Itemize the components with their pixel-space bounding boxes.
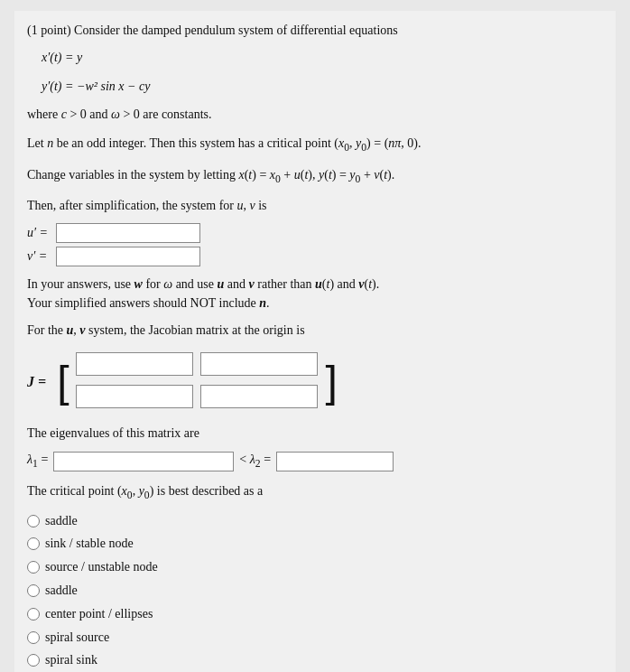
radio-label-saddle1[interactable]: saddle	[45, 510, 78, 532]
radio-label-spiral-sink[interactable]: spiral sink	[45, 649, 97, 671]
note-line2: Your simplified answers should NOT inclu…	[27, 294, 603, 313]
matrix-cell-12[interactable]	[200, 352, 318, 376]
radio-item-spiral-source[interactable]: spiral source	[27, 627, 603, 649]
matrix-cell-21[interactable]	[76, 385, 193, 408]
radio-sink[interactable]	[27, 537, 40, 550]
radio-label-sink[interactable]: sink / stable node	[45, 533, 134, 555]
radio-item-spiral-sink[interactable]: spiral sink	[27, 649, 603, 671]
radio-spiral-source[interactable]	[27, 631, 40, 644]
radio-group: saddle sink / stable node source / unsta…	[27, 510, 603, 672]
radio-item-source[interactable]: source / unstable node	[27, 556, 603, 578]
radio-spiral-sink[interactable]	[27, 654, 40, 667]
condition-text: where c > 0 and ω > 0 are constants.	[27, 104, 603, 126]
eigenvalue-line: λ1 = < λ2 =	[27, 449, 603, 473]
radio-saddle2[interactable]	[27, 584, 40, 597]
header-line: (1 point) Consider the damped pendulum s…	[27, 20, 603, 42]
answers-note: In your answers, use w for ω and use u a…	[27, 275, 603, 313]
lambda2-input[interactable]	[276, 452, 394, 471]
v-input[interactable]	[56, 247, 200, 266]
left-bracket: [	[57, 360, 69, 404]
eigenvalues-intro-text: The eigenvalues of this matrix are	[27, 423, 603, 444]
system-intro-text: Then, after simplification, the system f…	[27, 195, 603, 217]
radio-item-saddle1[interactable]: saddle	[27, 510, 603, 532]
u-input[interactable]	[56, 223, 200, 243]
equation-y: y′(t) = −w² sin x − cy	[42, 76, 603, 98]
right-bracket: ]	[325, 360, 337, 404]
radio-center[interactable]	[27, 608, 40, 621]
matrix-cell-11[interactable]	[76, 352, 193, 376]
matrix-cells	[76, 349, 318, 415]
u-input-line: u′ =	[27, 222, 603, 244]
jacobian-intro-text: For the u, v system, the Jacobian matrix…	[27, 320, 603, 341]
radio-item-center[interactable]: center point / ellipses	[27, 603, 603, 625]
points-badge: (1 point)	[27, 23, 71, 37]
radio-label-spiral-source[interactable]: spiral source	[45, 627, 109, 649]
radio-label-source[interactable]: source / unstable node	[45, 556, 158, 578]
eq1-text: x′(t) = y	[42, 51, 82, 64]
intro-description: Consider the damped pendulum system of d…	[74, 23, 398, 37]
critical-point-desc-text: The critical point (x0, y0) is best desc…	[27, 481, 603, 505]
v-input-line: v′ =	[27, 246, 603, 267]
eq2-text: y′(t) = −w² sin x − cy	[42, 79, 150, 93]
critical-point-text: Let n be an odd integer. Then this syste…	[27, 133, 603, 157]
matrix-cell-22[interactable]	[200, 385, 318, 408]
lambda-separator: < λ2 =	[239, 449, 271, 473]
equation-x: x′(t) = y	[42, 47, 603, 69]
lambda1-input[interactable]	[53, 452, 234, 471]
u-label: u′ =	[27, 222, 52, 244]
radio-item-sink[interactable]: sink / stable node	[27, 533, 603, 555]
change-variables-text: Change variables in the system by lettin…	[27, 164, 603, 189]
v-label: v′ =	[27, 246, 52, 267]
J-label: J =	[27, 369, 46, 394]
lambda1-label: λ1 =	[27, 449, 48, 473]
radio-label-saddle2[interactable]: saddle	[45, 580, 78, 602]
radio-saddle1[interactable]	[27, 515, 40, 527]
radio-item-saddle2[interactable]: saddle	[27, 580, 603, 602]
jacobian-matrix-section: J = [ ]	[27, 349, 603, 415]
radio-source[interactable]	[27, 561, 40, 574]
note-line1: In your answers, use w for ω and use u a…	[27, 275, 603, 294]
radio-label-center[interactable]: center point / ellipses	[45, 603, 153, 625]
main-content: (1 point) Consider the damped pendulum s…	[14, 11, 616, 672]
